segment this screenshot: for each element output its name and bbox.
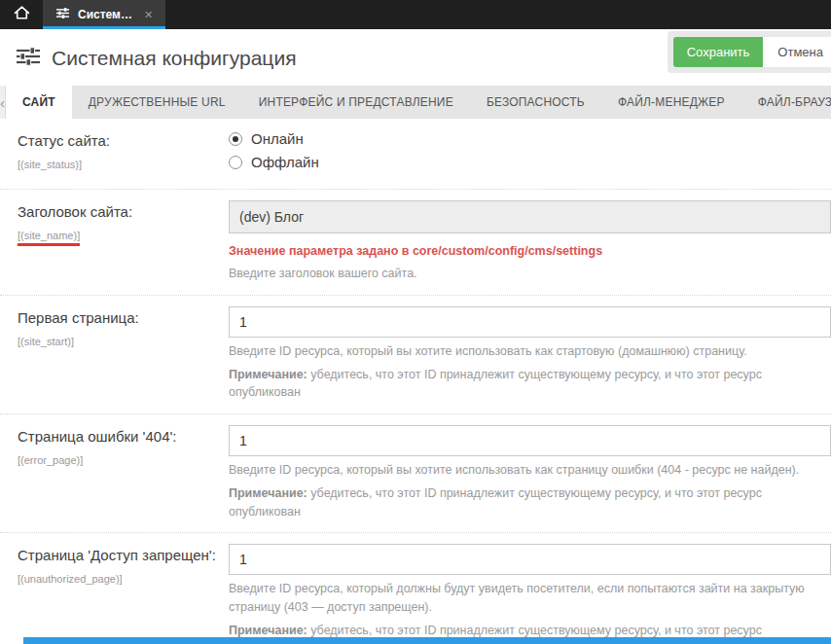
input-site_name[interactable] xyxy=(229,200,831,233)
field-code: [(site_start)] xyxy=(18,336,74,347)
settings-form: Статус сайта:[(site_status)]ОнлайнОффлай… xyxy=(0,119,831,644)
field-code-red-underlined: [(site_name)] xyxy=(18,230,80,246)
field-label: Заголовок сайта: xyxy=(18,203,219,222)
field-label: Первая страница: xyxy=(18,309,219,328)
input-error_page[interactable] xyxy=(229,425,831,456)
tab-close-icon[interactable]: ✕ xyxy=(144,9,153,21)
save-button[interactable]: Сохранить xyxy=(673,37,764,67)
form-row-site_start: Первая страница:[(site_start)]Введите ID… xyxy=(0,296,831,414)
field-label-column: Заголовок сайта:[(site_name)] xyxy=(0,200,229,283)
header-actions: Сохранить Отмена xyxy=(668,31,831,73)
input-unauthorized_page[interactable] xyxy=(229,544,831,575)
field-label-column: Первая страница:[(site_start)] xyxy=(0,306,229,402)
radio-label: Онлайн xyxy=(251,130,304,147)
settings-tab-bar: ‹ САЙТДРУЖЕСТВЕННЫЕ URLИНТЕРФЕЙС И ПРЕДС… xyxy=(0,86,831,119)
field-label-column: Страница ошибки '404':[(error_page)] xyxy=(0,425,229,520)
input-site_start[interactable] xyxy=(229,306,831,338)
top-bar: Систем… ✕ xyxy=(0,0,831,29)
page-header: Системная конфигурация Сохранить Отмена xyxy=(0,29,831,86)
radio-option-site_status-0[interactable]: Онлайн xyxy=(229,130,831,147)
field-help-text: Примечание: убедитесь, что этот ID прина… xyxy=(229,366,831,403)
form-row-site_status: Статус сайта:[(site_status)]ОнлайнОффлай… xyxy=(0,119,831,190)
system-configuration-screen: Систем… ✕ Системная конфигурация Сохрани… xyxy=(0,0,831,644)
field-control-column: Введите ID ресурса, который вы хотите ис… xyxy=(229,306,831,402)
field-code: [(site_status)] xyxy=(18,159,82,170)
field-label: Страница ошибки '404': xyxy=(18,428,219,447)
radio-group-site_status: ОнлайнОффлайн xyxy=(229,129,831,170)
radio-label: Оффлайн xyxy=(251,154,319,170)
form-row-site_name: Заголовок сайта:[(site_name)]Значение па… xyxy=(0,190,831,296)
tab-file-browser[interactable]: ФАЙЛ-БРАУЗЕР xyxy=(741,86,831,119)
field-help-text: Введите заголовок вашего сайта. xyxy=(229,265,831,283)
radio-selected-icon[interactable] xyxy=(229,132,242,146)
tab-interface[interactable]: ИНТЕРФЕЙС И ПРЕДСТАВЛЕНИЕ xyxy=(242,86,470,119)
chevron-left-icon: ‹ xyxy=(0,94,5,111)
field-help-text: Примечание: убедитесь, что этот ID прина… xyxy=(229,484,831,521)
override-note: Значение параметра задано в core/custom/… xyxy=(229,242,831,260)
field-code: [(error_page)] xyxy=(18,454,83,466)
field-help-text: Введите ID ресурса, который должны будут… xyxy=(229,580,831,617)
home-button[interactable] xyxy=(0,0,43,29)
sliders-icon xyxy=(55,7,70,22)
field-code: [(unauthorized_page)] xyxy=(18,573,123,585)
sliders-icon-large xyxy=(16,47,41,70)
field-label-column: Страница 'Доступ запрещен':[(unauthorize… xyxy=(0,544,229,644)
topbar-tab-system-configuration[interactable]: Систем… ✕ xyxy=(43,0,165,29)
home-icon xyxy=(14,5,30,24)
topbar-tab-label: Систем… xyxy=(78,8,132,21)
page-title: Системная конфигурация xyxy=(52,47,297,70)
tab-site[interactable]: САЙТ xyxy=(6,86,72,119)
tab-security[interactable]: БЕЗОПАСНОСТЬ xyxy=(470,86,601,119)
tab-file-manager[interactable]: ФАЙЛ-МЕНЕДЖЕР xyxy=(601,86,741,119)
field-help-text: Введите ID ресурса, который вы хотите ис… xyxy=(229,461,831,480)
radio-option-site_status-1[interactable]: Оффлайн xyxy=(229,154,831,170)
form-row-unauthorized_page: Страница 'Доступ запрещен':[(unauthorize… xyxy=(0,533,831,644)
field-label: Страница 'Доступ запрещен': xyxy=(18,547,219,565)
field-control-column: Введите ID ресурса, который должны будут… xyxy=(229,544,831,644)
cancel-button[interactable]: Отмена xyxy=(763,37,831,67)
field-help-text: Введите ID ресурса, который вы хотите ис… xyxy=(229,342,831,361)
field-label: Статус сайта: xyxy=(18,132,219,151)
field-control-column: ОнлайнОффлайн xyxy=(229,129,831,177)
tabs-container: САЙТДРУЖЕСТВЕННЫЕ URLИНТЕРФЕЙС И ПРЕДСТА… xyxy=(6,86,831,119)
field-label-column: Статус сайта:[(site_status)] xyxy=(0,129,229,177)
field-control-column: Значение параметра задано в core/custom/… xyxy=(229,200,831,283)
radio-unselected-icon[interactable] xyxy=(229,156,242,169)
field-control-column: Введите ID ресурса, который вы хотите ис… xyxy=(229,425,831,520)
bottom-progress-bar xyxy=(23,637,831,644)
tab-friendly-urls[interactable]: ДРУЖЕСТВЕННЫЕ URL xyxy=(72,86,242,119)
form-row-error_page: Страница ошибки '404':[(error_page)]Введ… xyxy=(0,414,831,533)
